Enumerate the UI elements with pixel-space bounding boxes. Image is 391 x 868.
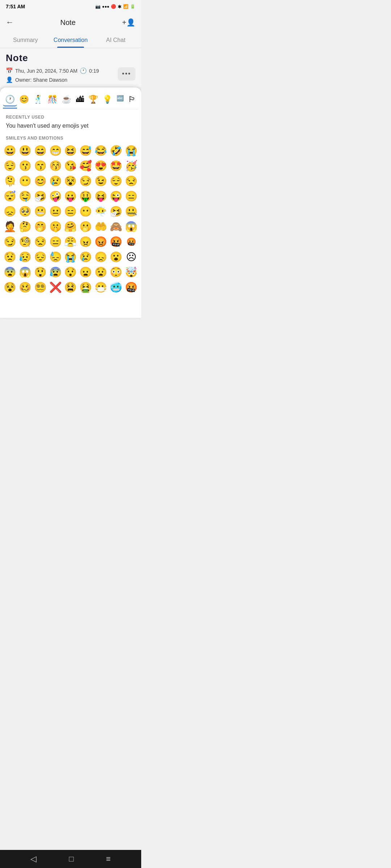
cat-smileys-icon[interactable]: 😊 [17, 93, 31, 106]
emoji-gasp[interactable]: 🫢 [79, 220, 93, 234]
emoji-wink[interactable]: 😉 [94, 174, 108, 188]
emoji-smile[interactable]: 😄 [33, 144, 48, 158]
emoji-minus[interactable]: 😑 [63, 204, 78, 219]
emoji-anguished[interactable]: 😦 [79, 265, 93, 280]
emoji-smiley[interactable]: 😃 [18, 144, 33, 158]
emoji-unamused2[interactable]: 😒 [33, 235, 48, 249]
back-button[interactable]: ← [6, 18, 14, 27]
emoji-dizzy[interactable]: 😵 [63, 174, 78, 188]
emoji-grinning[interactable]: 😀 [3, 144, 17, 158]
emoji-flushed[interactable]: 😲 [33, 265, 48, 280]
emoji-shushing[interactable]: 🤫 [48, 220, 63, 234]
emoji-hushed[interactable]: 😶 [18, 174, 33, 188]
emoji-zipper[interactable]: 🤐 [124, 204, 138, 219]
emoji-disappointed[interactable]: 😞 [3, 204, 17, 219]
cat-objects-icon[interactable]: 🏆 [86, 93, 100, 106]
emoji-open-hands[interactable]: 🤲 [94, 220, 108, 234]
emoji-drooling[interactable]: 🤤 [18, 189, 33, 204]
cat-symbols-icon[interactable]: 💡 [100, 93, 114, 106]
emoji-fearful[interactable]: 😨 [3, 265, 17, 280]
emoji-hand-over-mouth[interactable]: 🤭 [33, 220, 48, 234]
emoji-cursing[interactable]: 🤬 [124, 235, 138, 249]
emoji-frown[interactable]: ☹ [124, 250, 138, 264]
emoji-kissing[interactable]: 😗 [18, 159, 33, 173]
emoji-monocle[interactable]: 🧐 [18, 235, 33, 249]
emoji-downcast[interactable]: 😓 [48, 250, 63, 264]
emoji-smirk2[interactable]: 😏 [3, 235, 17, 249]
emoji-exploding[interactable]: 🤯 [124, 265, 138, 280]
emoji-kissing-heart[interactable]: 😘 [63, 159, 78, 173]
emoji-expressionless[interactable]: 😑 [124, 189, 138, 204]
emoji-expressionless2[interactable]: 😑 [48, 235, 63, 249]
tab-conversation[interactable]: Conversation [48, 33, 93, 48]
emoji-spiral-eyes[interactable]: 😵‍💫 [33, 280, 48, 295]
more-options-button[interactable]: ••• [118, 67, 135, 81]
cat-recent-icon[interactable]: 🕐 [3, 93, 17, 106]
emoji-shocked[interactable]: 😱 [124, 220, 138, 234]
emoji-winking-tongue[interactable]: 😜 [109, 189, 123, 204]
emoji-rofl[interactable]: 🤣 [109, 144, 123, 158]
emoji-cross-eyes[interactable]: ❌ [48, 280, 63, 295]
emoji-neutral[interactable]: 😐 [48, 204, 63, 219]
emoji-scream[interactable]: 😱 [18, 265, 33, 280]
emoji-tired[interactable]: 😫 [63, 280, 78, 295]
emoji-relieved[interactable]: 😌 [109, 174, 123, 188]
emoji-kissing-closed[interactable]: 😚 [48, 159, 63, 173]
emoji-disappointed2[interactable]: 😞 [94, 250, 108, 264]
emoji-kissing-smiling[interactable]: 😙 [33, 159, 48, 173]
cat-travel-icon[interactable]: 🏙 [74, 93, 86, 106]
emoji-suffering[interactable]: 😧 [94, 265, 108, 280]
emoji-astonished[interactable]: 😮 [109, 250, 123, 264]
emoji-drool2[interactable]: 🤧 [33, 189, 48, 204]
emoji-cold[interactable]: 🥶 [109, 280, 123, 295]
emoji-worried[interactable]: 😟 [3, 250, 17, 264]
emoji-cry2[interactable]: 😢 [79, 250, 93, 264]
emoji-sad-sweat[interactable]: 😥 [18, 250, 33, 264]
emoji-loudly-crying[interactable]: 😭 [63, 250, 78, 264]
emoji-money[interactable]: 🤑 [79, 189, 93, 204]
emoji-cry[interactable]: 😢 [48, 174, 63, 188]
emoji-facepalm[interactable]: 🤦 [3, 220, 17, 234]
emoji-partying[interactable]: 🥳 [124, 159, 138, 173]
emoji-sleeping[interactable]: 😴 [3, 189, 17, 204]
cat-people-icon[interactable]: 🕺 [31, 93, 45, 106]
emoji-flushed2[interactable]: 😳 [109, 265, 123, 280]
emoji-star-struck[interactable]: 🤩 [109, 159, 123, 173]
cat-other-icon[interactable]: 🔤 [114, 93, 126, 106]
cat-activities-icon[interactable]: 🎊 [45, 93, 59, 106]
emoji-hot[interactable]: 🤬 [109, 235, 123, 249]
emoji-grin[interactable]: 😁 [48, 144, 63, 158]
emoji-hushed2[interactable]: 😯 [63, 265, 78, 280]
emoji-unamused[interactable]: 😒 [124, 174, 138, 188]
add-person-button[interactable]: +👤 [122, 18, 135, 27]
emoji-thinking[interactable]: 🤔 [18, 220, 33, 234]
emoji-rage[interactable]: 😡 [94, 235, 108, 249]
emoji-angry[interactable]: 😠 [79, 235, 93, 249]
emoji-heart-eyes[interactable]: 😍 [94, 159, 108, 173]
emoji-zany[interactable]: 🤪 [48, 189, 63, 204]
emoji-cold-sweat[interactable]: 🤧 [109, 204, 123, 219]
emoji-pleading[interactable]: 🥺 [18, 204, 33, 219]
emoji-squinting[interactable]: 😝 [94, 189, 108, 204]
emoji-joy[interactable]: 😂 [94, 144, 108, 158]
emoji-smirk[interactable]: 😏 [79, 174, 93, 188]
emoji-woozy[interactable]: 🥴 [18, 280, 33, 295]
emoji-x-eyes[interactable]: 😵 [3, 280, 17, 295]
emoji-enraged[interactable]: 🤬 [124, 280, 138, 295]
emoji-mask[interactable]: 😷 [94, 280, 108, 295]
emoji-hugging[interactable]: 🤗 [63, 220, 78, 234]
tab-ai-chat[interactable]: AI Chat [93, 33, 138, 48]
emoji-wink2[interactable]: 😌 [3, 159, 17, 173]
emoji-facepalm2[interactable]: 🙈 [109, 220, 123, 234]
cat-flags-icon[interactable]: 🏳 [126, 93, 138, 106]
emoji-sweat-smile[interactable]: 😅 [79, 144, 93, 158]
emoji-heart-eyes2[interactable]: 🥰 [79, 159, 93, 173]
emoji-smiling[interactable]: 😊 [33, 174, 48, 188]
cat-food-icon[interactable]: ☕ [59, 93, 73, 106]
emoji-pensive[interactable]: 😔 [33, 250, 48, 264]
emoji-sob[interactable]: 😭 [124, 144, 138, 158]
emoji-steam[interactable]: 😤 [63, 235, 78, 249]
emoji-stuck-out[interactable]: 😛 [63, 189, 78, 204]
emoji-nauseated[interactable]: 🤮 [79, 280, 93, 295]
emoji-laughing[interactable]: 😆 [63, 144, 78, 158]
